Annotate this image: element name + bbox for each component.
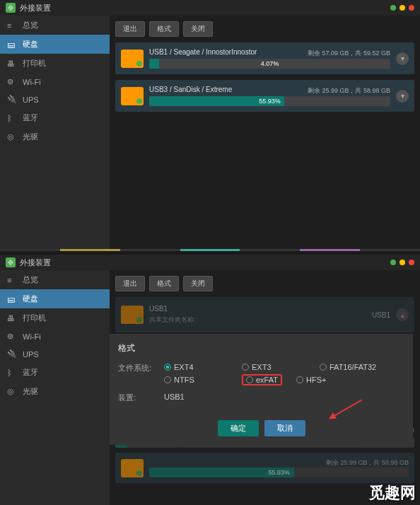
app-icon: ❖ [6, 257, 16, 267]
overview-icon: ≡ [7, 276, 17, 284]
collapse-button[interactable]: ▴ [396, 308, 409, 321]
window-controls [390, 260, 414, 265]
disk-info: USB3 / SanDisk / Extreme 剩余 25.99 GB，共 5… [149, 86, 390, 106]
dot-close[interactable] [409, 5, 414, 11]
dot-close[interactable] [409, 260, 414, 265]
sidebar-item-optical[interactable]: ◎光驱 [0, 382, 110, 401]
radio-exfat[interactable]: exFAT [246, 376, 278, 384]
format-modal: 格式 文件系统: EXT4 EXT3 FAT16/FAT32 NTFS exFA… [110, 334, 413, 445]
radio-icon [242, 364, 249, 371]
disk-space: 剩余 57.09 GB，共 59.52 GB [308, 49, 390, 58]
radio-fat[interactable]: FAT16/FAT32 [320, 363, 383, 371]
toolbar: 退出 格式 关闭 [115, 276, 414, 291]
eject-button[interactable]: 退出 [115, 276, 145, 291]
usb-drive-icon [121, 87, 144, 105]
behind-disk-card: 剩余 25.99 GB，共 58.98 GB 55.93% [115, 453, 414, 483]
content-area: 退出 格式 关闭 USB1 共享文件夹名称: USB1 ▴ 可用 57.09 G… [110, 270, 420, 505]
sidebar-item-overview[interactable]: ≡总览 [0, 16, 110, 35]
fs-options: EXT4 EXT3 FAT16/FAT32 NTFS exFAT HFS+ [164, 363, 404, 385]
disk-card-1[interactable]: USB1 / Seagate / InnostorInnostor 剩余 57.… [115, 42, 414, 74]
titlebar: ❖ 外接装置 [0, 255, 420, 270]
optical-icon: ◎ [7, 132, 17, 141]
app-title: 外接装置 [20, 3, 51, 13]
sidebar-item-bluetooth[interactable]: ᛒ蓝牙 [0, 108, 110, 127]
sidebar: ≡总览 🖴硬盘 🖶打印机 ⊚Wi-Fi 🔌UPS ᛒ蓝牙 ◎光驱 [0, 16, 110, 251]
radio-ext3[interactable]: EXT3 [242, 363, 305, 371]
progress-bar: 4.07% [149, 59, 390, 69]
dot-max[interactable] [399, 5, 405, 11]
progress-text: 4.07% [149, 59, 390, 69]
close-button[interactable]: 关闭 [183, 21, 213, 37]
toolbar: 退出 格式 关闭 [115, 21, 414, 37]
bluetooth-icon: ᛒ [7, 368, 17, 377]
format-button[interactable]: 格式 [149, 276, 179, 291]
wifi-icon: ⊚ [7, 332, 17, 341]
app-icon: ❖ [6, 3, 16, 13]
disk-icon: 🖴 [7, 40, 17, 49]
fs-label: 文件系统: [118, 363, 164, 385]
radio-icon [296, 376, 303, 383]
radio-icon [164, 364, 171, 371]
printer-icon: 🖶 [7, 314, 17, 323]
optical-icon: ◎ [7, 387, 17, 396]
dot-min[interactable] [390, 5, 396, 11]
watermark: 觅趣网 [369, 482, 416, 504]
disk-card-2[interactable]: USB3 / SanDisk / Extreme 剩余 25.99 GB，共 5… [115, 80, 414, 112]
sidebar-item-disk[interactable]: 🖴硬盘 [0, 35, 110, 54]
sidebar-item-disk[interactable]: 🖴硬盘 [0, 289, 110, 308]
expand-button[interactable]: ▾ [396, 52, 409, 65]
device-value: USB1 [164, 393, 185, 403]
disk-title: USB3 / SanDisk / Extreme [149, 86, 232, 93]
sidebar-item-optical[interactable]: ◎光驱 [0, 127, 110, 146]
disk-space: 剩余 25.99 GB，共 58.98 GB [308, 86, 390, 95]
behind-content: USB1 共享文件夹名称: USB1 ▴ [115, 297, 414, 332]
dot-max[interactable] [399, 260, 405, 265]
eject-button[interactable]: 退出 [115, 21, 145, 37]
titlebar: ❖ 外接装置 [0, 0, 420, 16]
format-button[interactable]: 格式 [149, 21, 179, 37]
dot-min[interactable] [390, 260, 396, 265]
sidebar-item-bluetooth[interactable]: ᛒ蓝牙 [0, 363, 110, 382]
expand-button[interactable]: ▾ [396, 90, 409, 103]
device-label: 装置: [118, 393, 164, 403]
disk-title: USB1 / Seagate / InnostorInnostor [149, 48, 257, 56]
printer-icon: 🖶 [7, 59, 17, 68]
sidebar-item-ups[interactable]: 🔌UPS [0, 91, 110, 108]
modal-title: 格式 [118, 342, 404, 354]
radio-hfs[interactable]: HFS+ [296, 374, 360, 385]
usb-drive-icon [121, 459, 144, 477]
wifi-icon: ⊚ [7, 77, 17, 86]
progress-bar: 55.93% [149, 96, 390, 106]
ups-icon: 🔌 [7, 95, 17, 104]
disk-card-bg: USB1 共享文件夹名称: USB1 ▴ [115, 297, 414, 332]
usb-drive-icon [121, 50, 144, 68]
disk-info: USB1 / Seagate / InnostorInnostor 剩余 57.… [149, 48, 390, 69]
sidebar-item-printer[interactable]: 🖶打印机 [0, 308, 110, 327]
close-button[interactable]: 关闭 [183, 276, 213, 291]
divider [0, 249, 420, 251]
disk-icon: 🖴 [7, 295, 17, 303]
sidebar-item-overview[interactable]: ≡总览 [0, 270, 110, 289]
radio-ntfs[interactable]: NTFS [164, 374, 228, 385]
sidebar-item-wifi[interactable]: ⊚Wi-Fi [0, 73, 110, 91]
bluetooth-icon: ᛒ [7, 114, 17, 122]
sidebar-item-wifi[interactable]: ⊚Wi-Fi [0, 327, 110, 345]
overview-icon: ≡ [7, 21, 17, 30]
sidebar-item-printer[interactable]: 🖶打印机 [0, 54, 110, 73]
ups-icon: 🔌 [7, 349, 17, 359]
radio-icon [246, 376, 253, 383]
sidebar: ≡总览 🖴硬盘 🖶打印机 ⊚Wi-Fi 🔌UPS ᛒ蓝牙 ◎光驱 [0, 270, 110, 505]
ok-button[interactable]: 确定 [218, 420, 259, 436]
radio-icon [320, 364, 327, 371]
modal-buttons: 确定 取消 [118, 420, 404, 436]
window-1: ❖ 外接装置 ≡总览 🖴硬盘 🖶打印机 ⊚Wi-Fi 🔌UPS ᛒ蓝牙 ◎光驱 … [0, 0, 420, 251]
window-controls [390, 5, 414, 11]
sidebar-item-ups[interactable]: 🔌UPS [0, 345, 110, 363]
progress-text: 55.93% [149, 96, 390, 106]
content-area: 退出 格式 关闭 USB1 / Seagate / InnostorInnost… [110, 16, 420, 251]
radio-ext4[interactable]: EXT4 [164, 363, 228, 371]
highlight-annotation: exFAT [242, 374, 282, 385]
cancel-button[interactable]: 取消 [264, 420, 305, 436]
radio-icon [164, 376, 171, 383]
app-title: 外接装置 [20, 257, 51, 268]
